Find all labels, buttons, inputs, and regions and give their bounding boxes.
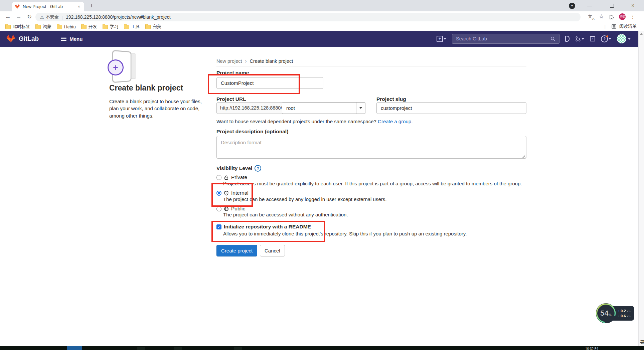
translate-icon[interactable]: 文 A: [588, 14, 594, 20]
chevron-down-icon: [444, 38, 446, 40]
readme-checkbox-checked[interactable]: ✓: [216, 224, 221, 229]
taskbar-item[interactable]: [137, 347, 145, 350]
search-icon: [550, 36, 555, 41]
blank-project-icon: +: [108, 51, 144, 82]
badge-triangle-icon: ▼: [571, 4, 574, 7]
public-description: The project can be accessed without any …: [223, 212, 348, 217]
breadcrumb-parent[interactable]: New project: [216, 58, 242, 64]
gitlab-logo-icon[interactable]: [6, 34, 15, 43]
close-window-button[interactable]: ×: [631, 2, 638, 9]
plus-icon: +: [437, 36, 443, 42]
merge-requests-button[interactable]: [575, 36, 584, 42]
taskbar-active-item[interactable]: [67, 346, 82, 350]
folder-icon: [57, 25, 62, 29]
internal-description: The project can be accessed by any logge…: [223, 196, 386, 202]
search-placeholder: Search GitLab: [456, 36, 550, 41]
readme-option[interactable]: ✓ Initialize repository with a README: [216, 224, 311, 230]
bookmark-folder[interactable]: 开发: [78, 23, 100, 30]
bookmark-folder[interactable]: 学习: [100, 23, 121, 30]
issues-icon[interactable]: [565, 36, 570, 42]
tab-close-icon[interactable]: ×: [76, 4, 82, 9]
visibility-option-private[interactable]: Private: [216, 174, 247, 180]
merge-request-icon: [575, 36, 581, 42]
help-menu-button[interactable]: ?: [601, 35, 611, 42]
security-label[interactable]: 不安全: [46, 14, 59, 20]
reading-list-icon: [611, 24, 617, 29]
project-slug-input[interactable]: [376, 102, 526, 114]
chevron-down-icon: [628, 38, 631, 40]
radio-private[interactable]: [216, 175, 221, 180]
visibility-help-icon[interactable]: ?: [255, 165, 261, 172]
address-bar[interactable]: ⚠ 不安全 | 192.168.225.128:8880/projects/ne…: [35, 13, 581, 21]
radio-internal-selected[interactable]: [216, 191, 221, 196]
plus-circle-icon: +: [108, 59, 124, 75]
taskbar-item[interactable]: [234, 347, 242, 350]
download-row: ↓ 0.6 K/s: [618, 314, 634, 318]
browser-tab-active[interactable]: New Project · GitLab ×: [12, 2, 84, 11]
gitlab-search-input[interactable]: Search GitLab: [452, 34, 559, 44]
visibility-option-internal[interactable]: Internal: [216, 190, 249, 196]
namespace-select[interactable]: root: [282, 102, 365, 114]
visibility-option-public[interactable]: Public: [216, 206, 245, 212]
user-menu-button[interactable]: [617, 34, 631, 43]
restore-button[interactable]: [610, 2, 614, 9]
radio-public[interactable]: [216, 206, 221, 211]
reload-button[interactable]: ↻: [25, 13, 33, 20]
os-taskbar: 16:32:54: [0, 346, 644, 350]
readme-description: Allows you to immediately clone this pro…: [223, 231, 467, 236]
notification-dot: [606, 35, 608, 37]
extensions-puzzle-icon[interactable]: [609, 14, 614, 19]
bookmark-folder[interactable]: 完美: [143, 23, 164, 30]
taskbar-item[interactable]: [174, 347, 182, 350]
project-description-textarea[interactable]: [216, 136, 526, 159]
folder-icon: [145, 25, 151, 29]
project-name-input[interactable]: [216, 77, 323, 89]
cancel-button[interactable]: Cancel: [260, 245, 285, 256]
upload-arrow-icon: ↑: [618, 309, 620, 313]
menu-hamburger-icon[interactable]: [61, 37, 66, 41]
globe-icon: [224, 206, 229, 211]
forward-button[interactable]: →: [15, 13, 23, 20]
window-badge[interactable]: ▼: [569, 2, 575, 9]
page-scrollbar[interactable]: [638, 31, 644, 346]
cpu-percent-widget[interactable]: 54 %: [595, 303, 617, 324]
reading-list-button[interactable]: | 阅读清单: [602, 23, 637, 29]
chrome-menu-icon[interactable]: ⋮: [630, 14, 635, 20]
help-icon: ?: [601, 35, 608, 42]
folder-icon: [124, 25, 129, 29]
create-group-link[interactable]: Create a group.: [378, 119, 413, 124]
url-prefix-field: http://192.168.225.128:8880/: [216, 102, 282, 114]
upload-unit: K/s: [627, 310, 631, 313]
gitlab-brand[interactable]: GitLab: [19, 35, 39, 42]
visibility-level-label: Visibility Level: [216, 165, 252, 171]
new-tab-button[interactable]: +: [88, 2, 96, 10]
bookmark-folder[interactable]: 鸿蒙: [33, 23, 54, 30]
project-name-label: Project name: [216, 70, 249, 76]
toolbar-right-icons: 文 A ☆ 焕智 ⋮: [588, 13, 635, 20]
percent-readout: 54 %: [595, 303, 617, 324]
browser-profile-avatar[interactable]: 焕智: [619, 13, 626, 20]
lock-icon: [224, 175, 229, 180]
minimize-button[interactable]: —: [587, 2, 594, 9]
folder-icon: [81, 25, 87, 29]
browser-toolbar: ← → ↻ ⚠ 不安全 | 192.168.225.128:8880/proje…: [0, 11, 644, 23]
menu-button[interactable]: Menu: [69, 36, 83, 42]
page-url[interactable]: 192.168.225.128:8880/projects/new#blank_…: [66, 14, 171, 20]
back-button[interactable]: ←: [4, 13, 12, 20]
bookmark-star-icon[interactable]: ☆: [599, 13, 604, 20]
download-arrow-icon: ↓: [618, 314, 620, 318]
chevron-down-icon: [582, 38, 584, 40]
bookmark-folder[interactable]: 临时标签: [3, 23, 33, 30]
user-avatar: [617, 34, 626, 43]
not-secure-warning-icon: ⚠: [40, 15, 44, 20]
create-project-button[interactable]: Create project: [216, 245, 257, 256]
scroll-up-icon[interactable]: [640, 33, 643, 35]
bookmark-folder[interactable]: 工具: [121, 23, 143, 30]
bookmark-folder[interactable]: Hebtu: [54, 23, 78, 30]
browser-tab-strip: New Project · GitLab × + ▼ — ×: [0, 0, 644, 11]
shield-icon: [224, 191, 229, 196]
new-menu-button[interactable]: +: [437, 36, 446, 42]
navbar-right-cluster: + Search GitLab: [437, 31, 631, 47]
breadcrumb-current: Create blank project: [250, 58, 293, 64]
todos-icon[interactable]: ✓: [590, 36, 595, 41]
